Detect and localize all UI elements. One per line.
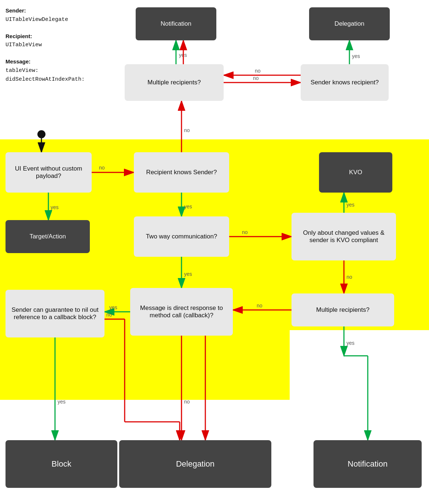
recipient-value: UITableView [6,42,42,48]
two-way-node: Two way communication? [134,216,229,257]
sender-label: Sender: [6,7,26,14]
message-direct-node: Message is direct response to method cal… [130,288,233,336]
delegation-bottom-node: Delegation [119,440,271,488]
svg-text:no: no [255,68,261,74]
svg-text:no: no [253,75,259,81]
svg-text:yes: yes [179,52,187,58]
info-panel: Sender: UITableViewDelegate Recipient: U… [6,7,85,84]
start-dot [37,130,45,138]
sender-knows-recipient-node: Sender knows recipient? [301,64,389,101]
block-node: Block [6,440,117,488]
recipient-knows-sender-node: Recipient knows Sender? [134,152,229,193]
multiple-recipients-top-node: Multiple recipients? [125,64,224,101]
multiple-recipients-bottom-node: Multiple recipients? [292,293,394,326]
recipient-label: Recipient: [6,33,32,39]
notification-bottom-node: Notification [314,440,422,488]
svg-text:yes: yes [352,53,360,59]
target-action-node: Target/Action [6,220,90,253]
svg-text:no: no [184,127,190,133]
delegation-top-node: Delegation [309,7,390,40]
message-label: Message: [6,58,30,65]
sender-value: UITableViewDelegate [6,17,68,23]
kvo-node: KVO [319,152,392,193]
svg-text:yes: yes [346,340,355,346]
only-about-changed-node: Only about changed values & sender is KV… [292,213,396,260]
message-value: tableView:didSelectRowAtIndexPath: [6,67,85,83]
sender-guarantee-node: Sender can guarantee to nil out referenc… [6,290,104,337]
ui-event-node: UI Event without custom payload? [6,152,92,193]
diagram-container: Sender: UITableViewDelegate Recipient: U… [0,0,429,504]
notification-top-node: Notification [136,7,216,40]
